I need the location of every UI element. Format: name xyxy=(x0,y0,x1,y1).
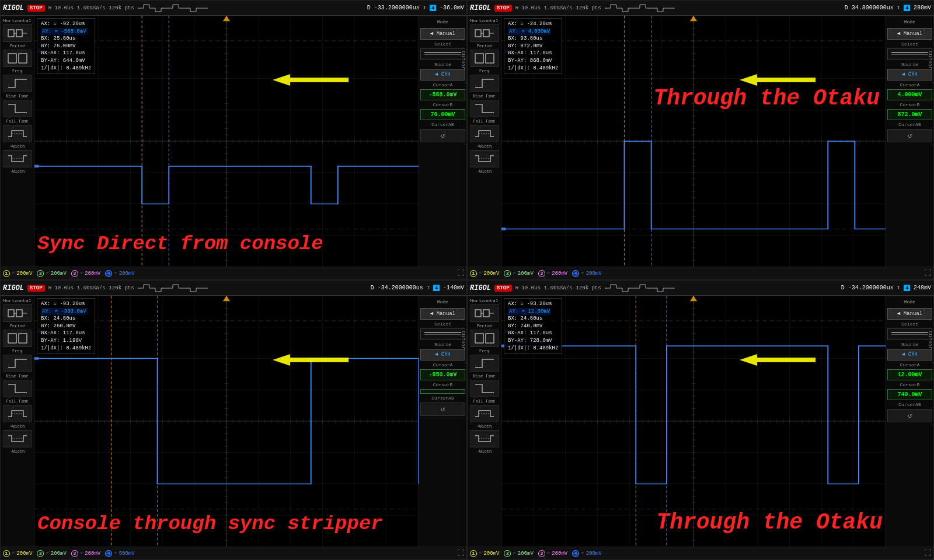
select-box[interactable] xyxy=(420,48,465,60)
rotate-btn[interactable]: ↺ xyxy=(887,129,932,142)
falltime-label: Fall Time xyxy=(6,399,29,404)
select-label: Select xyxy=(887,321,932,327)
manual-btn[interactable]: ◄ Manual xyxy=(420,28,465,40)
rotate-btn[interactable]: ↺ xyxy=(887,409,932,422)
sample-rate: 1.00GSa/s xyxy=(77,285,106,291)
ci-freq: 1/|dX|: 8.489kHz xyxy=(508,345,558,352)
select-label: Select xyxy=(887,41,932,47)
ch4-btn[interactable]: ◄ CH4 xyxy=(887,349,932,360)
sample-rate: 1.00GSa/s xyxy=(77,5,106,11)
risetime-btn[interactable] xyxy=(471,355,499,372)
ci-row-ax: AX: = -93.20us xyxy=(41,300,91,308)
ch2-scale: 2 = 200mV xyxy=(37,270,66,277)
manual-btn[interactable]: ◄ Manual xyxy=(887,28,932,40)
ch1-val: 200mV xyxy=(483,551,499,556)
ch3-scale: 3 = 200mV xyxy=(538,550,567,557)
falltime-label: Fall Time xyxy=(6,119,29,124)
negwidth-btn[interactable] xyxy=(471,430,499,447)
poswidth-btn[interactable] xyxy=(471,125,499,142)
stop-badge: STOP xyxy=(494,285,512,292)
ch3-num: 3 xyxy=(71,270,78,277)
sample-rate: 1.00GSa/s xyxy=(544,285,573,291)
negwidth-label: -Width xyxy=(10,449,25,454)
bottom-bar: 1 = 200mV 2 = 200mV 3 = 200mV 4 = 200mV … xyxy=(468,547,933,559)
ch4-val: 200mV xyxy=(586,271,602,276)
ch1-scale: 1 = 200mV xyxy=(470,270,499,277)
period-btn[interactable] xyxy=(4,304,32,322)
main-content: Horizontal Period Freq Rise Time Fall Ti… xyxy=(1,296,466,547)
ch3-num: 3 xyxy=(71,550,78,557)
manual-btn[interactable]: ◄ Manual xyxy=(887,308,932,320)
ch4-btn[interactable]: ◄ CH4 xyxy=(420,349,465,360)
h-value: H 10.0us xyxy=(515,285,541,291)
expand-icon[interactable]: ⛶ xyxy=(924,269,931,278)
ch4-btn[interactable]: ◄ CH4 xyxy=(887,69,932,80)
select-box[interactable] xyxy=(420,328,465,340)
negwidth-btn[interactable] xyxy=(4,150,32,167)
falltime-btn[interactable] xyxy=(4,100,32,117)
oscilloscope-panel-bottom-right: RIGOL STOP H 10.0us 1.00GSa/s 120k pts D… xyxy=(467,280,934,560)
ch4-btn[interactable]: ◄ CH4 xyxy=(420,69,465,80)
ch-indicator: 4 xyxy=(433,285,440,291)
ci-freq: 1/|dX|: 8.489kHz xyxy=(41,345,91,352)
freq-label: Freq xyxy=(479,69,489,74)
cursor-b-value: 76.00mV xyxy=(420,109,465,120)
manual-btn[interactable]: ◄ Manual xyxy=(420,308,465,320)
freq-btn[interactable] xyxy=(471,50,499,67)
risetime-btn[interactable] xyxy=(4,355,32,372)
poswidth-btn[interactable] xyxy=(471,405,499,422)
rotate-btn[interactable]: ↺ xyxy=(420,402,465,416)
rotate-btn[interactable]: ↺ xyxy=(420,129,465,142)
oscilloscope-panel-top-right: RIGOL STOP H 10.0us 1.00GSa/s 120k pts D… xyxy=(467,0,934,280)
ch2-val: 200mV xyxy=(518,551,534,556)
select-box[interactable] xyxy=(887,48,932,60)
poswidth-btn[interactable] xyxy=(4,125,32,142)
t-label: T xyxy=(427,285,430,291)
svg-rect-402 xyxy=(475,310,481,317)
main-content: Horizontal Period Freq Rise Time Fall Ti… xyxy=(1,16,466,267)
ci-byay: BY-AY: 1.190V xyxy=(41,337,82,345)
period-btn[interactable] xyxy=(471,304,499,322)
falltime-btn[interactable] xyxy=(4,380,32,397)
svg-marker-535 xyxy=(740,354,815,366)
period-btn[interactable] xyxy=(471,24,499,42)
risetime-btn[interactable] xyxy=(471,75,499,92)
ci-bxax: BX-AX: 117.8us xyxy=(508,330,552,337)
ci-row-freq: 1/|dX|: 8.489kHz xyxy=(508,345,558,352)
risetime-label: Rise Time xyxy=(6,94,29,99)
ch4-eq: = xyxy=(114,551,117,556)
top-bar: RIGOL STOP H 10.0us 1.00GSa/s 120k pts D… xyxy=(468,1,933,16)
ci-row-freq: 1/|dX|: 8.489kHz xyxy=(41,345,91,352)
freq-btn[interactable] xyxy=(4,50,32,67)
negwidth-btn[interactable] xyxy=(4,430,32,447)
ch1-eq: = xyxy=(12,271,15,276)
ch2-val: 200mV xyxy=(51,551,67,556)
ci-row-bx: BX: 93.60us xyxy=(508,35,558,43)
expand-icon[interactable]: ⛶ xyxy=(457,269,464,278)
expand-icon[interactable]: ⛶ xyxy=(457,549,464,558)
expand-icon[interactable]: ⛶ xyxy=(924,549,931,558)
ci-row-bxax: BX-AX: 117.8us xyxy=(41,330,91,337)
freq-btn[interactable] xyxy=(471,330,499,347)
freq-btn[interactable] xyxy=(4,330,32,347)
falltime-btn[interactable] xyxy=(471,380,499,397)
negwidth-btn[interactable] xyxy=(471,150,499,167)
falltime-btn[interactable] xyxy=(471,100,499,117)
period-btn[interactable] xyxy=(4,24,32,42)
ci-row-bx: BX: 24.60us xyxy=(508,315,558,323)
ch4-val: 200mV xyxy=(586,551,602,556)
cursor-a-label: CursorA xyxy=(420,362,465,368)
select-box[interactable] xyxy=(887,328,932,340)
svg-rect-266 xyxy=(501,228,506,230)
ci-bxax: BX-AX: 117.8us xyxy=(508,50,552,57)
ch2-num: 2 xyxy=(504,550,511,557)
pts-count: 120k pts xyxy=(109,285,134,291)
poswidth-btn[interactable] xyxy=(4,405,32,422)
ch3-val: 200mV xyxy=(85,271,100,276)
svg-rect-139 xyxy=(486,54,494,63)
negwidth-label: -Width xyxy=(10,169,25,174)
ch3-scale: 3 = 200mV xyxy=(71,270,100,277)
right-panel: Cursor Mode ◄ Manual Select Source ◄ CH4… xyxy=(886,16,933,267)
risetime-btn[interactable] xyxy=(4,75,32,92)
ci-ay: AY: = 12.00mV xyxy=(508,308,551,316)
